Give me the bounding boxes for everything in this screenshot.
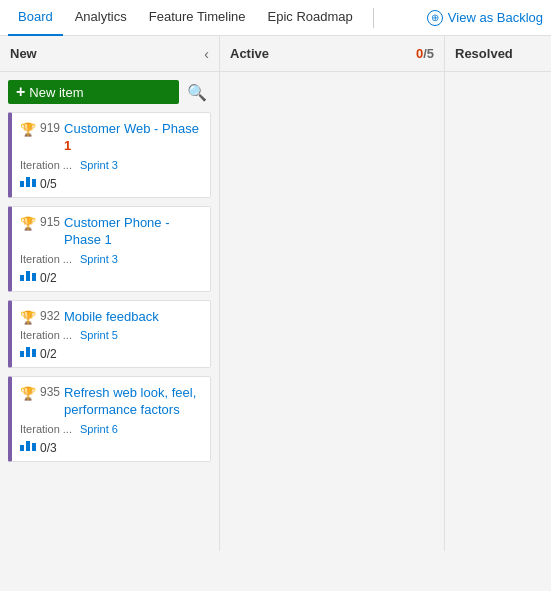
- backlog-circle-icon: ⊕: [427, 10, 443, 26]
- card-932: 🏆 932 Mobile feedback Iteration ... Spri…: [8, 300, 211, 369]
- sprint-value: Sprint 3: [80, 159, 118, 171]
- col-header-new: New ‹: [0, 36, 220, 71]
- card-title-row: 🏆 915 Customer Phone - Phase 1: [20, 215, 202, 249]
- card-footer: 0/2: [20, 271, 202, 285]
- card-title[interactable]: Refresh web look, feel, performance fact…: [64, 385, 202, 419]
- col-header-active: Active 0/5: [220, 36, 445, 71]
- trophy-icon: 🏆: [20, 386, 36, 401]
- trophy-icon: 🏆: [20, 310, 36, 325]
- card-title-row: 🏆 935 Refresh web look, feel, performanc…: [20, 385, 202, 419]
- view-as-backlog-button[interactable]: ⊕ View as Backlog: [427, 10, 543, 26]
- card-919: 🏆 919 Customer Web - Phase 1 Iteration .…: [8, 112, 211, 198]
- trophy-icon: 🏆: [20, 122, 36, 137]
- progress-text: 0/3: [40, 441, 57, 455]
- sprint-value: Sprint 3: [80, 253, 118, 265]
- search-button[interactable]: 🔍: [183, 81, 211, 104]
- storypoints-icon: [20, 441, 36, 455]
- active-column-label: Active: [230, 46, 269, 61]
- top-nav: Board Analytics Feature Timeline Epic Ro…: [0, 0, 551, 36]
- card-meta: Iteration ... Sprint 3: [20, 253, 202, 265]
- progress-text: 0/2: [40, 271, 57, 285]
- iteration-label: Iteration ...: [20, 253, 72, 265]
- card-id: 915: [40, 215, 60, 229]
- resolved-column: [445, 72, 551, 551]
- new-column: + New item 🔍 🏆 919 Customer Web - Phase …: [0, 72, 220, 551]
- card-title-row: 🏆 932 Mobile feedback: [20, 309, 202, 326]
- tab-board[interactable]: Board: [8, 0, 63, 36]
- card-footer: 0/2: [20, 347, 202, 361]
- iteration-label: Iteration ...: [20, 159, 72, 171]
- new-column-collapse-button[interactable]: ‹: [204, 46, 209, 62]
- card-915: 🏆 915 Customer Phone - Phase 1 Iteration…: [8, 206, 211, 292]
- card-title[interactable]: Customer Phone - Phase 1: [64, 215, 202, 249]
- sprint-value: Sprint 5: [80, 329, 118, 341]
- card-footer: 0/3: [20, 441, 202, 455]
- card-id: 919: [40, 121, 60, 135]
- resolved-column-label: Resolved: [455, 46, 513, 61]
- card-meta: Iteration ... Sprint 5: [20, 329, 202, 341]
- storypoints-icon: [20, 177, 36, 191]
- iteration-label: Iteration ...: [20, 423, 72, 435]
- storypoints-icon: [20, 347, 36, 361]
- active-count: 0/5: [416, 46, 434, 61]
- tab-feature-timeline[interactable]: Feature Timeline: [139, 0, 256, 36]
- sprint-value: Sprint 6: [80, 423, 118, 435]
- trophy-icon: 🏆: [20, 216, 36, 231]
- card-id: 932: [40, 309, 60, 323]
- card-footer: 0/5: [20, 177, 202, 191]
- card-meta: Iteration ... Sprint 6: [20, 423, 202, 435]
- storypoints-icon: [20, 271, 36, 285]
- progress-text: 0/5: [40, 177, 57, 191]
- plus-icon: +: [16, 84, 25, 100]
- card-meta: Iteration ... Sprint 3: [20, 159, 202, 171]
- column-toolbar: + New item 🔍: [8, 80, 211, 104]
- board-content: + New item 🔍 🏆 919 Customer Web - Phase …: [0, 72, 551, 551]
- progress-text: 0/2: [40, 347, 57, 361]
- card-935: 🏆 935 Refresh web look, feel, performanc…: [8, 376, 211, 462]
- tab-epic-roadmap[interactable]: Epic Roadmap: [258, 0, 363, 36]
- card-title-row: 🏆 919 Customer Web - Phase 1: [20, 121, 202, 155]
- add-new-item-button[interactable]: + New item: [8, 80, 179, 104]
- tab-analytics[interactable]: Analytics: [65, 0, 137, 36]
- iteration-label: Iteration ...: [20, 329, 72, 341]
- col-header-resolved: Resolved: [445, 36, 551, 71]
- card-title[interactable]: Mobile feedback: [64, 309, 159, 326]
- active-column: [220, 72, 445, 551]
- card-id: 935: [40, 385, 60, 399]
- card-title[interactable]: Customer Web - Phase 1: [64, 121, 202, 155]
- columns-header: New ‹ Active 0/5 Resolved: [0, 36, 551, 72]
- nav-divider: [373, 8, 374, 28]
- new-column-label: New: [10, 46, 37, 61]
